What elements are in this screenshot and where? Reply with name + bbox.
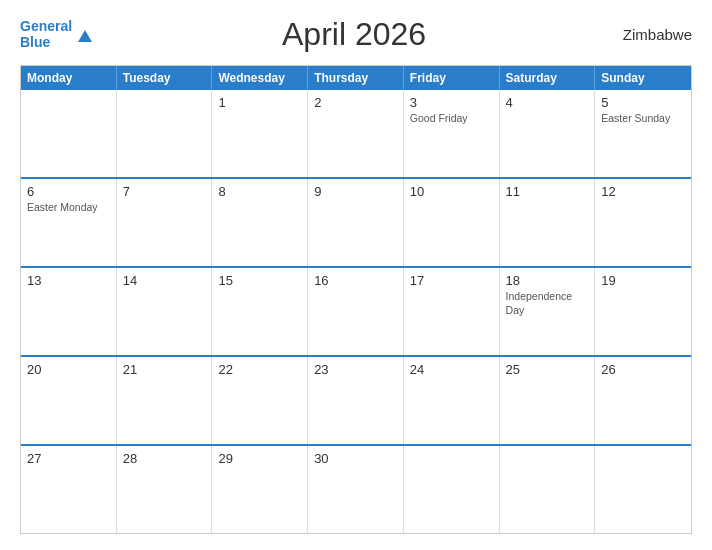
col-wednesday: Wednesday xyxy=(212,66,308,90)
day-cell xyxy=(595,446,691,533)
day-number: 11 xyxy=(506,184,589,199)
day-event: Good Friday xyxy=(410,112,493,126)
day-cell: 3Good Friday xyxy=(404,90,500,177)
day-cell: 28 xyxy=(117,446,213,533)
page-header: General Blue April 2026 Zimbabwe xyxy=(20,16,692,53)
day-cell: 2 xyxy=(308,90,404,177)
day-number: 27 xyxy=(27,451,110,466)
day-number: 22 xyxy=(218,362,301,377)
day-cell: 15 xyxy=(212,268,308,355)
day-event: Easter Sunday xyxy=(601,112,685,126)
day-cell: 19 xyxy=(595,268,691,355)
day-cell: 6Easter Monday xyxy=(21,179,117,266)
calendar-title: April 2026 xyxy=(96,16,612,53)
day-number: 10 xyxy=(410,184,493,199)
day-number: 28 xyxy=(123,451,206,466)
week-row-3: 131415161718Independence Day19 xyxy=(21,266,691,355)
week-row-4: 20212223242526 xyxy=(21,355,691,444)
logo: General Blue xyxy=(20,19,96,50)
week-row-1: 123Good Friday45Easter Sunday xyxy=(21,90,691,177)
col-tuesday: Tuesday xyxy=(117,66,213,90)
day-number: 24 xyxy=(410,362,493,377)
day-cell: 23 xyxy=(308,357,404,444)
day-number: 8 xyxy=(218,184,301,199)
day-number: 20 xyxy=(27,362,110,377)
day-number: 19 xyxy=(601,273,685,288)
day-event: Independence Day xyxy=(506,290,589,317)
day-cell: 7 xyxy=(117,179,213,266)
logo-general: General xyxy=(20,18,72,34)
day-number: 16 xyxy=(314,273,397,288)
day-cell: 22 xyxy=(212,357,308,444)
day-number: 17 xyxy=(410,273,493,288)
day-number: 23 xyxy=(314,362,397,377)
logo-text: General Blue xyxy=(20,19,72,50)
day-number: 14 xyxy=(123,273,206,288)
day-cell xyxy=(404,446,500,533)
day-number: 26 xyxy=(601,362,685,377)
svg-marker-0 xyxy=(78,30,92,42)
day-cell: 30 xyxy=(308,446,404,533)
day-cell: 29 xyxy=(212,446,308,533)
day-number: 18 xyxy=(506,273,589,288)
day-cell: 27 xyxy=(21,446,117,533)
col-thursday: Thursday xyxy=(308,66,404,90)
country-name: Zimbabwe xyxy=(612,26,692,43)
col-monday: Monday xyxy=(21,66,117,90)
day-cell: 21 xyxy=(117,357,213,444)
day-cell: 9 xyxy=(308,179,404,266)
day-number: 3 xyxy=(410,95,493,110)
day-cell: 18Independence Day xyxy=(500,268,596,355)
day-number: 29 xyxy=(218,451,301,466)
day-cell: 16 xyxy=(308,268,404,355)
day-number: 12 xyxy=(601,184,685,199)
calendar-header: Monday Tuesday Wednesday Thursday Friday… xyxy=(21,66,691,90)
day-number: 9 xyxy=(314,184,397,199)
day-event: Easter Monday xyxy=(27,201,110,215)
col-sunday: Sunday xyxy=(595,66,691,90)
day-number: 5 xyxy=(601,95,685,110)
day-number: 4 xyxy=(506,95,589,110)
day-cell xyxy=(21,90,117,177)
logo-triangle-icon xyxy=(74,24,96,46)
col-saturday: Saturday xyxy=(500,66,596,90)
day-number: 25 xyxy=(506,362,589,377)
calendar: Monday Tuesday Wednesday Thursday Friday… xyxy=(20,65,692,534)
day-cell: 12 xyxy=(595,179,691,266)
week-row-5: 27282930 xyxy=(21,444,691,533)
day-cell: 4 xyxy=(500,90,596,177)
day-cell: 5Easter Sunday xyxy=(595,90,691,177)
day-cell: 1 xyxy=(212,90,308,177)
calendar-body: 123Good Friday45Easter Sunday6Easter Mon… xyxy=(21,90,691,533)
day-number: 7 xyxy=(123,184,206,199)
day-cell: 10 xyxy=(404,179,500,266)
day-cell: 14 xyxy=(117,268,213,355)
day-cell: 25 xyxy=(500,357,596,444)
day-cell: 24 xyxy=(404,357,500,444)
day-cell: 11 xyxy=(500,179,596,266)
week-row-2: 6Easter Monday789101112 xyxy=(21,177,691,266)
day-number: 30 xyxy=(314,451,397,466)
day-cell: 13 xyxy=(21,268,117,355)
day-cell: 17 xyxy=(404,268,500,355)
day-number: 2 xyxy=(314,95,397,110)
day-cell: 8 xyxy=(212,179,308,266)
day-cell xyxy=(117,90,213,177)
day-number: 21 xyxy=(123,362,206,377)
day-cell: 20 xyxy=(21,357,117,444)
day-number: 1 xyxy=(218,95,301,110)
day-number: 15 xyxy=(218,273,301,288)
logo-blue: Blue xyxy=(20,34,50,50)
col-friday: Friday xyxy=(404,66,500,90)
day-number: 13 xyxy=(27,273,110,288)
day-cell xyxy=(500,446,596,533)
day-number: 6 xyxy=(27,184,110,199)
day-cell: 26 xyxy=(595,357,691,444)
